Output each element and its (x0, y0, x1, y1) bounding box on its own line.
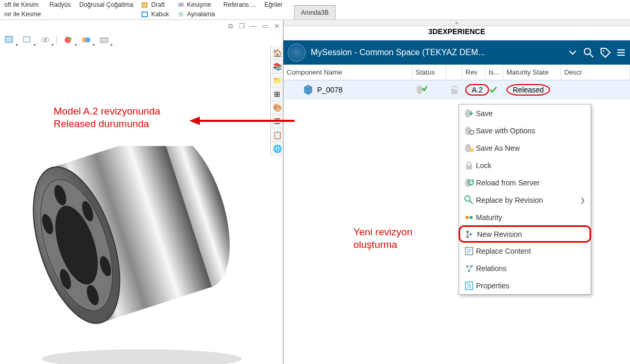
menu-save[interactable]: Save (459, 105, 591, 122)
mirror-button[interactable]: Aynalama (175, 9, 217, 19)
search-icon[interactable] (583, 47, 594, 58)
viewport-window-controls: ⧉ ❐ — ▭ ✕ (226, 22, 281, 30)
intersect-icon (177, 1, 185, 8)
mirror-icon (177, 11, 185, 18)
draft-button[interactable]: Draft (139, 0, 171, 9)
svg-line-44 (470, 201, 473, 204)
row-is-cell (485, 80, 503, 99)
svg-point-49 (466, 230, 469, 233)
viewport-maximize-icon[interactable]: ▭ (261, 22, 269, 30)
boundary-cut-button[interactable]: nır ile Kesme (2, 9, 43, 19)
part-icon (302, 84, 314, 96)
viewport-minimize-icon[interactable]: — (249, 22, 258, 30)
chevron-down-icon[interactable] (568, 48, 577, 57)
unlock-icon (450, 85, 459, 95)
grid-header: Component Name Status Rev Is... Maturity… (283, 65, 630, 80)
model-viewport[interactable]: ⧉ ❐ — ▭ ✕ | (0, 20, 283, 364)
reference-button[interactable]: Referans ... (221, 0, 258, 9)
menu-save-as-new[interactable]: Save As New (459, 139, 591, 157)
visibility-button[interactable] (38, 34, 53, 46)
viewport-dup-icon[interactable]: ❐ (238, 22, 246, 30)
svg-rect-1 (142, 12, 147, 17)
folder-icon[interactable]: 📁 (271, 74, 283, 87)
curves-button[interactable]: Eğriler (262, 0, 285, 9)
col-lock[interactable] (446, 65, 462, 80)
menu-reload[interactable]: Reload from Server (459, 174, 591, 191)
menu-replace-content[interactable]: Replace Content (459, 242, 591, 259)
replace-content-icon (462, 246, 476, 256)
row-lock-cell (446, 80, 462, 99)
compass-icon[interactable] (288, 44, 306, 61)
row-name: P_0078 (317, 86, 342, 94)
shell-button[interactable]: Kabuk (139, 9, 171, 19)
svg-marker-26 (189, 117, 200, 125)
svg-point-50 (466, 235, 469, 238)
col-rev[interactable]: Rev (462, 65, 485, 80)
svg-point-11 (85, 37, 90, 43)
render-button[interactable] (97, 34, 111, 46)
relations-icon (462, 263, 476, 274)
table-row[interactable]: P_0078 A.2 Released (283, 80, 630, 99)
menu-relations[interactable]: Relations (459, 259, 591, 277)
grid-icon[interactable]: ⊞ (271, 87, 283, 101)
tag-icon[interactable] (599, 47, 611, 58)
svg-point-24 (42, 349, 242, 364)
menu-properties[interactable]: Properties (459, 277, 591, 294)
loft-cut-button[interactable]: oft ile Kesim (2, 0, 43, 9)
instant3d-tab[interactable]: Anında3B (294, 5, 336, 19)
replace-rev-icon (462, 195, 476, 205)
row-descr-cell (561, 80, 630, 99)
svg-rect-39 (470, 148, 474, 152)
appearance-button[interactable] (61, 34, 76, 46)
palette-icon[interactable]: 🎨 (271, 101, 283, 115)
svg-point-43 (465, 196, 470, 201)
col-maturity[interactable]: Maturity State (503, 65, 561, 80)
svg-rect-4 (5, 36, 13, 43)
status-ok-icon (415, 84, 427, 96)
arrow-icon (189, 116, 294, 126)
save-as-icon (462, 143, 476, 153)
save-options-icon (462, 126, 476, 136)
col-status[interactable]: Status (412, 65, 446, 80)
linear-pattern-button[interactable]: Doğrusal Çoğaltma (77, 0, 136, 9)
hidden-lines-button[interactable] (20, 34, 35, 46)
session-title: MySession - Common Space (TEKYAZ DEM... (311, 48, 563, 57)
globe-icon[interactable]: 🌐 (271, 142, 283, 155)
svg-rect-5 (24, 37, 30, 42)
ribbon-toolbar: oft ile Kesim nır ile Kesme Radyüs Doğru… (0, 0, 630, 20)
radius-button[interactable]: Radyüs (47, 0, 73, 9)
panel-title: 3DEXPERIENCE (283, 26, 630, 40)
menu-icon[interactable] (616, 48, 626, 57)
panel-expander[interactable]: « (283, 20, 630, 26)
model-render (21, 146, 268, 364)
viewport-close-icon[interactable]: ✕ (272, 22, 281, 30)
col-is[interactable]: Is... (485, 65, 503, 80)
menu-replace-revision[interactable]: Replace by Revision ❯ (459, 191, 591, 209)
menu-maturity[interactable]: Maturity (459, 209, 591, 226)
row-name-cell: P_0078 (283, 80, 412, 99)
draft-icon (141, 1, 149, 8)
menu-lock[interactable]: Lock (459, 157, 591, 174)
reload-icon (462, 178, 476, 188)
library-icon[interactable]: 📚 (271, 60, 283, 74)
clipboard-icon[interactable]: 📋 (271, 128, 283, 142)
home-icon[interactable]: 🏠 (271, 46, 283, 60)
svg-rect-12 (100, 38, 108, 43)
row-status-cell (412, 80, 446, 99)
panel-header: MySession - Common Space (TEKYAZ DEM... (283, 40, 630, 65)
row-rev-cell: A.2 (462, 80, 485, 99)
scene-button[interactable] (79, 34, 94, 46)
svg-point-27 (584, 48, 591, 55)
col-component-name[interactable]: Component Name (283, 65, 412, 80)
viewport-popout-icon[interactable]: ⧉ (226, 22, 235, 30)
menu-new-revision[interactable]: New Revision (459, 225, 591, 243)
annotation-model-state: Model A.2 revizyonunda Released durumund… (54, 105, 160, 130)
shell-icon (141, 11, 149, 18)
col-descr[interactable]: Descr (561, 65, 630, 80)
svg-point-3 (180, 3, 184, 7)
svg-rect-34 (451, 89, 458, 94)
svg-point-9 (68, 37, 72, 40)
display-style-button[interactable] (2, 34, 17, 46)
intersect-button[interactable]: Kesişme (175, 0, 217, 9)
menu-save-options[interactable]: Save with Options (459, 122, 591, 139)
